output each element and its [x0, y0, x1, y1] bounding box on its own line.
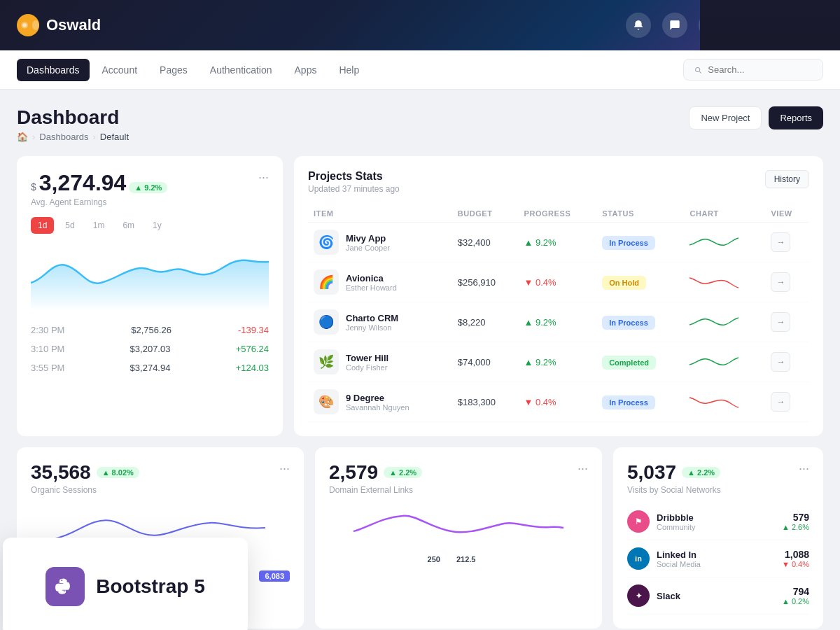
table-row: 🌀 Mivy App Jane Cooper $32,400 ▲ 9.2% In…: [308, 223, 809, 262]
status-badge: In Process: [602, 236, 655, 250]
time-filters: 1d 5d 1m 6m 1y: [31, 217, 269, 234]
earnings-card: $ 3,274.94 ▲ 9.2% Avg. Agent Earnings ··…: [17, 156, 283, 436]
filter-1y[interactable]: 1y: [146, 217, 169, 234]
project-icon-4: 🎨: [314, 389, 339, 414]
social-icon-0: ⚑: [627, 510, 650, 533]
breadcrumb-dashboards[interactable]: Dashboards: [39, 132, 88, 142]
notifications-icon[interactable]: [626, 13, 651, 38]
view-arrow-4[interactable]: →: [771, 392, 790, 412]
project-icon-1: 🌈: [314, 270, 339, 295]
currency-symbol: $: [31, 181, 36, 192]
col-view: VIEW: [765, 205, 809, 223]
table-row: 🌈 Avionica Esther Howard $256,910 ▼ 0.4%…: [308, 262, 809, 302]
reports-button[interactable]: Reports: [769, 106, 823, 130]
view-arrow-3[interactable]: →: [771, 352, 790, 372]
domain-badge: ▲ 2.2%: [384, 467, 422, 478]
table-row: 🌿 Tower Hill Cody Fisher $74,000 ▲ 9.2% …: [308, 342, 809, 382]
main-content: Dashboard 🏠 › Dashboards › Default New P…: [0, 90, 840, 630]
search-box[interactable]: [683, 59, 823, 80]
secondary-nav: Dashboards Account Pages Authentication …: [0, 50, 840, 90]
nav-account[interactable]: Account: [92, 59, 148, 81]
status-badge: In Process: [602, 396, 655, 410]
logo-icon: [17, 14, 39, 36]
chart-row-2: 3:10 PM $3,207.03 +576.24: [31, 340, 269, 358]
social-row-0: ⚑ Dribbble Community 579 ▲ 2.6%: [627, 503, 809, 540]
header-buttons: New Project Reports: [689, 106, 823, 130]
chart-data-rows: 2:30 PM $2,756.26 -139.34 3:10 PM $3,207…: [31, 321, 269, 377]
nav-dashboards[interactable]: Dashboards: [17, 59, 90, 81]
projects-table: ITEM BUDGET PROGRESS STATUS CHART VIEW 🌀…: [308, 205, 809, 422]
bottom-cards-row: 35,568 ▲ 8.02% Organic Sessions ··· Cana…: [17, 447, 823, 629]
social-networks-card: 5,037 ▲ 2.2% Visits by Social Networks ·…: [613, 447, 823, 629]
earnings-amount: $ 3,274.94 ▲ 9.2%: [31, 170, 167, 196]
nav-apps[interactable]: Apps: [285, 59, 327, 81]
chart-row-1: 2:30 PM $2,756.26 -139.34: [31, 321, 269, 340]
domain-chart: 250 212.5: [329, 503, 588, 559]
home-icon: 🏠: [17, 132, 28, 142]
filter-5d[interactable]: 5d: [58, 217, 81, 234]
domain-label: Domain External Links: [329, 485, 422, 495]
social-label: Visits by Social Networks: [627, 485, 721, 495]
svg-point-2: [22, 23, 27, 27]
filter-1d[interactable]: 1d: [31, 217, 54, 234]
chat-icon[interactable]: [662, 13, 687, 38]
nav-pages[interactable]: Pages: [150, 59, 197, 81]
social-badge: ▲ 2.2%: [682, 467, 720, 478]
status-badge: In Process: [602, 316, 655, 330]
social-rows: ⚑ Dribbble Community 579 ▲ 2.6% in Linke…: [627, 503, 809, 615]
col-progress: PROGRESS: [519, 205, 597, 223]
view-arrow-0[interactable]: →: [771, 232, 790, 252]
project-icon-2: 🔵: [314, 309, 339, 335]
nav-authentication[interactable]: Authentication: [200, 59, 282, 81]
filter-1m[interactable]: 1m: [86, 217, 112, 234]
bootstrap-icon: [46, 567, 85, 606]
social-icon-2: ✦: [627, 584, 650, 607]
page-header: Dashboard 🏠 › Dashboards › Default New P…: [17, 106, 823, 142]
social-icon-1: in: [627, 547, 650, 570]
filter-6m[interactable]: 6m: [115, 217, 141, 234]
more-options-button[interactable]: ···: [258, 170, 269, 185]
social-row-2: ✦ Slack 794 ▲ 0.2%: [627, 578, 809, 615]
domain-links-card: 2,579 ▲ 2.2% Domain External Links ··· 2…: [315, 447, 602, 629]
projects-title: Projects Stats: [308, 170, 400, 183]
col-chart: CHART: [684, 205, 765, 223]
domain-value: 2,579 ▲ 2.2%: [329, 461, 422, 484]
social-row-1: in Linked In Social Media 1,088 ▼ 0.4%: [627, 540, 809, 578]
view-arrow-1[interactable]: →: [771, 272, 790, 292]
project-item-2: 🔵 Charto CRM Jenny Wilson: [314, 309, 447, 335]
search-input[interactable]: [708, 64, 813, 75]
col-item: ITEM: [308, 205, 452, 223]
project-item-4: 🎨 9 Degree Savannah Nguyen: [314, 389, 447, 414]
page-title: Dashboard: [17, 106, 129, 129]
organic-label: Organic Sessions: [31, 485, 139, 495]
view-arrow-2[interactable]: →: [771, 312, 790, 332]
chart-row-3: 3:55 PM $3,274.94 +124.03: [31, 358, 269, 377]
organic-more-button[interactable]: ···: [279, 461, 290, 476]
project-item-0: 🌀 Mivy App Jane Cooper: [314, 230, 447, 255]
domain-more-button[interactable]: ···: [578, 461, 588, 476]
project-item-1: 🌈 Avionica Esther Howard: [314, 270, 447, 295]
social-more-button[interactable]: ···: [799, 461, 809, 476]
project-item-3: 🌿 Tower Hill Cody Fisher: [314, 349, 447, 374]
history-button[interactable]: History: [765, 170, 809, 188]
earnings-chart: [31, 241, 269, 311]
projects-subtitle: Updated 37 minutes ago: [308, 184, 400, 194]
nav-help[interactable]: Help: [329, 59, 369, 81]
search-icon: [694, 65, 702, 75]
nav-links: Dashboards Account Pages Authentication …: [17, 59, 369, 81]
organic-badge: ▲ 8.02%: [97, 467, 139, 478]
top-cards-row: $ 3,274.94 ▲ 9.2% Avg. Agent Earnings ··…: [17, 156, 823, 436]
bootstrap-overlay: Bootstrap 5: [3, 538, 248, 630]
breadcrumb: 🏠 › Dashboards › Default: [17, 132, 129, 142]
organic-sessions-card: 35,568 ▲ 8.02% Organic Sessions ··· Cana…: [17, 447, 304, 629]
project-icon-3: 🌿: [314, 349, 339, 374]
projects-header: Projects Stats Updated 37 minutes ago Hi…: [308, 170, 809, 194]
status-badge: On Hold: [602, 276, 646, 290]
earnings-label: Avg. Agent Earnings: [31, 197, 167, 207]
new-project-button[interactable]: New Project: [689, 106, 762, 130]
table-row: 🎨 9 Degree Savannah Nguyen $183,300 ▼ 0.…: [308, 382, 809, 422]
earnings-value: 3,274.94: [39, 170, 127, 196]
status-badge: Completed: [602, 356, 656, 370]
organic-value: 35,568 ▲ 8.02%: [31, 461, 139, 484]
project-icon-0: 🌀: [314, 230, 339, 255]
